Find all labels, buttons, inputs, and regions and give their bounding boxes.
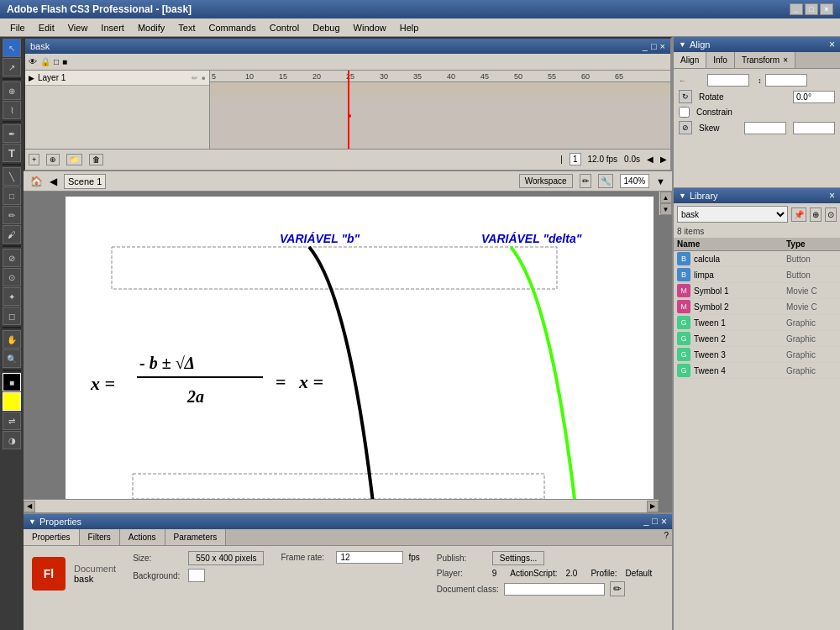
edit-btn[interactable]: ✏	[580, 174, 591, 188]
tab-parameters[interactable]: Parameters	[165, 529, 227, 545]
scroll-up-btn[interactable]: ▲	[660, 192, 672, 203]
bg-color-swatch[interactable]	[188, 569, 205, 582]
library-item[interactable]: G Tween 4 Graphic	[674, 363, 840, 379]
eyedropper-tool[interactable]: ✦	[3, 287, 21, 306]
menu-commands[interactable]: Commands	[202, 21, 262, 34]
menu-file[interactable]: File	[3, 21, 32, 34]
library-item[interactable]: M Symbol 1 Movie C	[674, 283, 840, 299]
zoom-dropdown[interactable]: ▼	[656, 176, 665, 186]
library-item[interactable]: G Tween 1 Graphic	[674, 315, 840, 331]
zoom-level[interactable]: 140%	[620, 174, 650, 188]
line-tool[interactable]: ╲	[3, 167, 21, 186]
library-item[interactable]: B limpa Button	[674, 267, 840, 283]
align-tab[interactable]: Align	[674, 52, 706, 68]
library-item[interactable]: G Tween 3 Graphic	[674, 347, 840, 363]
minimize-button[interactable]: _	[790, 3, 803, 15]
menu-window[interactable]: Window	[347, 21, 393, 34]
zoom-tool[interactable]: 🔍	[3, 349, 21, 368]
timeline-icon-4[interactable]: ■	[62, 57, 67, 66]
timeline-close[interactable]: ×	[660, 41, 665, 51]
library-doc-select[interactable]: bask	[677, 206, 788, 223]
props-maximize[interactable]: □	[652, 516, 658, 528]
close-button[interactable]: ×	[820, 3, 833, 15]
skew-h-input[interactable]	[744, 122, 786, 134]
transform-close-btn[interactable]: ×	[783, 55, 788, 65]
scroll-left[interactable]: ◀	[647, 155, 654, 164]
h-scrollbar[interactable]: ◀ ▶	[24, 499, 659, 512]
library-new[interactable]: ⊕	[810, 207, 822, 222]
fill-color[interactable]	[3, 392, 21, 411]
free-transform-tool[interactable]: ⊕	[3, 81, 21, 100]
timeline-maximize[interactable]: □	[651, 41, 657, 51]
tab-properties[interactable]: Properties	[24, 529, 80, 545]
scroll-down-btn[interactable]: ▼	[660, 203, 672, 215]
timeline-icon-1[interactable]: 👁	[29, 57, 37, 66]
docclass-input[interactable]	[504, 583, 605, 596]
add-guide-btn[interactable]: ⊕	[46, 154, 60, 165]
scroll-right-btn[interactable]: ▶	[647, 501, 659, 512]
timeline-icon-2[interactable]: 🔒	[40, 57, 50, 66]
rotate-input[interactable]	[793, 91, 835, 103]
frames-area[interactable]: 5 10 15 20 25 30 35 40 45 50 55 60 65	[210, 71, 670, 149]
menu-insert[interactable]: Insert	[94, 21, 131, 34]
menu-debug[interactable]: Debug	[306, 21, 346, 34]
new-layer-btn[interactable]: +	[29, 154, 39, 165]
workspace-dropdown[interactable]: Workspace	[519, 174, 573, 188]
library-close[interactable]: ×	[829, 190, 835, 202]
tab-filters[interactable]: Filters	[80, 529, 120, 545]
constrain-checkbox[interactable]	[679, 107, 690, 118]
menu-view[interactable]: View	[61, 21, 95, 34]
layer-1-row[interactable]: ▶ Layer 1 ✏ ●	[25, 71, 209, 86]
skew-v-input[interactable]	[793, 122, 835, 134]
eraser-tool[interactable]: ◻	[3, 307, 21, 325]
home-icon[interactable]: 🏠	[30, 176, 43, 187]
maximize-button[interactable]: □	[805, 3, 818, 15]
v-scrollbar[interactable]: ▲ ▼	[659, 192, 672, 215]
playhead[interactable]	[348, 71, 349, 149]
back-arrow[interactable]: ◀	[50, 176, 57, 187]
black-white[interactable]: ◑	[3, 431, 21, 449]
library-item[interactable]: G Tween 2 Graphic	[674, 331, 840, 347]
size-button[interactable]: 550 x 400 pixels	[188, 551, 264, 565]
menu-help[interactable]: Help	[393, 21, 426, 34]
docclass-icon[interactable]: ✏	[610, 581, 625, 596]
swap-colors[interactable]: ⇌	[3, 412, 21, 430]
menu-modify[interactable]: Modify	[131, 21, 171, 34]
align-y-input[interactable]	[765, 74, 807, 87]
ink-bottle-tool[interactable]: ⊘	[3, 249, 21, 267]
pencil-tool[interactable]: ✏	[3, 206, 21, 224]
tab-actions[interactable]: Actions	[120, 529, 165, 545]
framerate-input[interactable]	[336, 551, 403, 564]
lasso-tool[interactable]: ⌇	[3, 101, 21, 119]
select-tool[interactable]: ↖	[3, 39, 21, 57]
props-close[interactable]: ×	[661, 516, 667, 528]
align-x-input[interactable]	[707, 74, 749, 87]
delete-layer-btn[interactable]: 🗑	[89, 154, 103, 165]
paint-bucket-tool[interactable]: ⊙	[3, 268, 21, 286]
debug-btn[interactable]: 🔧	[598, 174, 613, 188]
text-tool[interactable]: T	[3, 144, 21, 162]
library-item[interactable]: B calcula Button	[674, 251, 840, 267]
title-bar-buttons[interactable]: _ □ ×	[790, 3, 833, 15]
scene-name[interactable]: Scene 1	[64, 174, 106, 189]
pen-tool[interactable]: ✒	[3, 124, 21, 143]
stroke-color[interactable]: ■	[3, 373, 21, 391]
menu-edit[interactable]: Edit	[32, 21, 61, 34]
rect-tool[interactable]: □	[3, 186, 21, 205]
brush-tool[interactable]: 🖌	[3, 225, 21, 244]
info-tab[interactable]: Info	[706, 52, 735, 68]
transform-tab[interactable]: Transform ×	[735, 52, 795, 68]
props-minimize[interactable]: _	[643, 516, 648, 528]
subselect-tool[interactable]: ↗	[3, 58, 21, 76]
library-pin[interactable]: 📌	[791, 207, 806, 222]
scroll-right[interactable]: ▶	[660, 155, 667, 164]
timeline-icon-3[interactable]: □	[54, 57, 59, 66]
scroll-left-btn[interactable]: ◀	[24, 501, 35, 512]
align-close[interactable]: ×	[829, 39, 835, 50]
timeline-minimize[interactable]: _	[643, 41, 648, 51]
hand-tool[interactable]: ✋	[3, 330, 21, 349]
add-folder-btn[interactable]: 📁	[66, 154, 82, 165]
library-item[interactable]: M Symbol 2 Movie C	[674, 299, 840, 315]
props-help[interactable]: ?	[660, 529, 672, 545]
library-props[interactable]: ⊙	[825, 207, 837, 222]
